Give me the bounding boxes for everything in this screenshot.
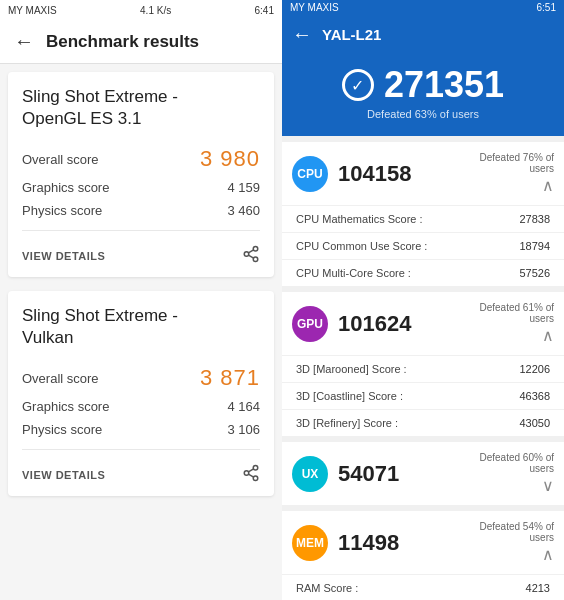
card-footer-2: VIEW DETAILS — [22, 458, 260, 486]
category-right: Defeated 61% ofusers∧ — [480, 302, 555, 345]
gpu-defeated: Defeated 61% of — [480, 302, 555, 313]
graphics-label-2: Graphics score — [22, 399, 109, 414]
physics-value-2: 3 106 — [227, 422, 260, 437]
sub-score-row: CPU Mathematics Score :27838 — [282, 205, 564, 232]
mem-badge: MEM — [292, 525, 328, 561]
category-left: MEM11498 — [292, 525, 399, 561]
cpu-defeated: Defeated 76% of — [480, 152, 555, 163]
physics-label-2: Physics score — [22, 422, 102, 437]
sub-score-row: CPU Multi-Core Score :57526 — [282, 259, 564, 286]
category-header-cpu[interactable]: CPU104158Defeated 76% ofusers∧ — [282, 142, 564, 205]
sub-score-row: 3D [Refinery] Score :43050 — [282, 409, 564, 436]
physics-label-1: Physics score — [22, 203, 102, 218]
svg-point-1 — [244, 252, 249, 257]
sub-score-label: 3D [Refinery] Score : — [296, 417, 398, 429]
category-block-mem: MEM11498Defeated 54% ofusers∧RAM Score :… — [282, 511, 564, 600]
device-name: YAL-L21 — [322, 26, 381, 43]
status-bar-right: MY MAXIS 6:51 — [282, 0, 564, 15]
svg-point-0 — [253, 247, 258, 252]
overall-value-1: 3 980 — [200, 146, 260, 172]
sub-score-value: 46368 — [519, 390, 550, 402]
graphics-value-2: 4 164 — [227, 399, 260, 414]
right-panel: MY MAXIS 6:51 ← YAL-L21 ✓ 271351 Defeate… — [282, 0, 564, 600]
svg-point-7 — [253, 476, 258, 481]
graphics-value-1: 4 159 — [227, 180, 260, 195]
mem-chevron-icon[interactable]: ∧ — [542, 545, 554, 564]
category-header-mem[interactable]: MEM11498Defeated 54% ofusers∧ — [282, 511, 564, 574]
ux-chevron-icon[interactable]: ∨ — [542, 476, 554, 495]
scores-container: CPU104158Defeated 76% ofusers∧CPU Mathem… — [282, 136, 564, 600]
category-left: CPU104158 — [292, 156, 411, 192]
svg-point-2 — [253, 257, 258, 262]
physics-value-1: 3 460 — [227, 203, 260, 218]
overall-label-1: Overall score — [22, 152, 99, 167]
status-bar-left: MY MAXIS 4.1 K/s 6:41 — [0, 0, 282, 20]
category-right: Defeated 76% ofusers∧ — [480, 152, 555, 195]
svg-point-6 — [244, 471, 249, 476]
share-icon-2[interactable] — [242, 464, 260, 486]
svg-point-5 — [253, 466, 258, 471]
sub-score-label: CPU Mathematics Score : — [296, 213, 423, 225]
sub-score-row: 3D [Coastline] Score :46368 — [282, 382, 564, 409]
sub-score-row: RAM Score :4213 — [282, 574, 564, 600]
category-header-gpu[interactable]: GPU101624Defeated 61% ofusers∧ — [282, 292, 564, 355]
physics-score-row-1: Physics score 3 460 — [22, 199, 260, 222]
ux-badge: UX — [292, 456, 328, 492]
ux-defeated: Defeated 60% of — [480, 452, 555, 463]
benchmark-name-1: Sling Shot Extreme -OpenGL ES 3.1 — [22, 86, 260, 130]
header-right: ← YAL-L21 — [282, 15, 564, 54]
sub-score-label: RAM Score : — [296, 582, 358, 594]
category-block-ux: UX54071Defeated 60% ofusers∨ — [282, 442, 564, 505]
category-left: GPU101624 — [292, 306, 411, 342]
ux-score: 54071 — [338, 461, 399, 487]
category-right: Defeated 54% ofusers∧ — [480, 521, 555, 564]
sub-score-label: 3D [Marooned] Score : — [296, 363, 407, 375]
sub-score-value: 18794 — [519, 240, 550, 252]
graphics-score-row-2: Graphics score 4 164 — [22, 395, 260, 418]
cpu-badge: CPU — [292, 156, 328, 192]
sub-score-row: CPU Common Use Score :18794 — [282, 232, 564, 259]
back-button-left[interactable]: ← — [14, 30, 34, 53]
sub-score-label: 3D [Coastline] Score : — [296, 390, 403, 402]
divider-1 — [22, 230, 260, 231]
cpu-score: 104158 — [338, 161, 411, 187]
view-details-2[interactable]: VIEW DETAILS — [22, 469, 105, 481]
sub-score-value: 27838 — [519, 213, 550, 225]
card-footer-1: VIEW DETAILS — [22, 239, 260, 267]
mem-defeated2: users — [530, 532, 554, 543]
benchmark-card-2: Sling Shot Extreme -Vulkan Overall score… — [8, 291, 274, 496]
total-score-row: ✓ 271351 — [342, 64, 504, 106]
physics-score-row-2: Physics score 3 106 — [22, 418, 260, 441]
sub-score-label: CPU Common Use Score : — [296, 240, 427, 252]
sub-score-value: 43050 — [519, 417, 550, 429]
header-left: ← Benchmark results — [0, 20, 282, 64]
sub-score-value: 57526 — [519, 267, 550, 279]
benchmark-card-1: Sling Shot Extreme -OpenGL ES 3.1 Overal… — [8, 72, 274, 277]
ux-defeated2: users — [530, 463, 554, 474]
overall-score-row-1: Overall score 3 980 — [22, 142, 260, 176]
category-right: Defeated 60% ofusers∨ — [480, 452, 555, 495]
category-left: UX54071 — [292, 456, 399, 492]
view-details-1[interactable]: VIEW DETAILS — [22, 250, 105, 262]
total-defeated-text: Defeated 63% of users — [367, 108, 479, 120]
mem-defeated: Defeated 54% of — [480, 521, 555, 532]
graphics-score-row-1: Graphics score 4 159 — [22, 176, 260, 199]
gpu-chevron-icon[interactable]: ∧ — [542, 326, 554, 345]
back-button-right[interactable]: ← — [292, 23, 312, 46]
share-icon-1[interactable] — [242, 245, 260, 267]
benchmark-name-2: Sling Shot Extreme -Vulkan — [22, 305, 260, 349]
mem-score: 11498 — [338, 530, 399, 556]
category-block-cpu: CPU104158Defeated 76% ofusers∧CPU Mathem… — [282, 142, 564, 286]
left-panel: MY MAXIS 4.1 K/s 6:41 ← Benchmark result… — [0, 0, 282, 600]
overall-score-row-2: Overall score 3 871 — [22, 361, 260, 395]
sub-score-value: 12206 — [519, 363, 550, 375]
overall-value-2: 3 871 — [200, 365, 260, 391]
gpu-badge: GPU — [292, 306, 328, 342]
time-right: 6:51 — [537, 2, 556, 13]
category-header-ux[interactable]: UX54071Defeated 60% ofusers∨ — [282, 442, 564, 505]
category-block-gpu: GPU101624Defeated 61% ofusers∧3D [Maroon… — [282, 292, 564, 436]
total-score-section: ✓ 271351 Defeated 63% of users — [282, 54, 564, 136]
time-left: 6:41 — [255, 5, 274, 16]
carrier-right: MY MAXIS — [290, 2, 339, 13]
cpu-chevron-icon[interactable]: ∧ — [542, 176, 554, 195]
